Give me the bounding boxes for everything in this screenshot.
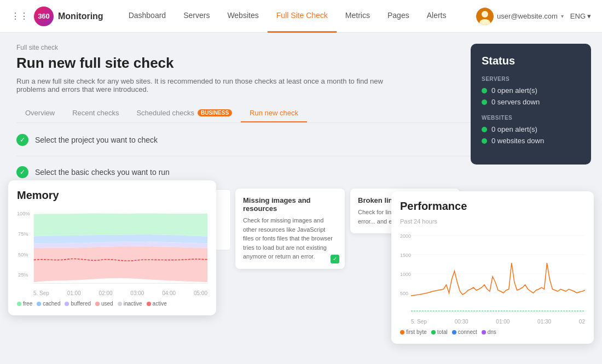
websites-label: WEBSITES — [482, 115, 580, 121]
svg-text:1500: 1500 — [400, 253, 411, 258]
legend-free: free — [17, 301, 32, 307]
svg-text:1000: 1000 — [400, 272, 411, 277]
logo-icon: 360 — [34, 7, 54, 26]
tab-scheduled-checks[interactable]: Scheduled checks BUSINESS — [128, 104, 241, 122]
website-alert-item: 0 open alert(s) — [482, 125, 580, 133]
memory-card: Memory 100% 75% 50% 25% — [8, 180, 216, 315]
tab-recent-checks[interactable]: Recent checks — [63, 104, 128, 122]
tab-overview[interactable]: Overview — [16, 104, 63, 122]
svg-text:50%: 50% — [18, 251, 28, 257]
nav-metrics[interactable]: Metrics — [337, 0, 379, 33]
missing-images-card: Missing images and resources Check for m… — [235, 189, 345, 269]
missing-card-desc: Check for missing images and other resou… — [243, 216, 337, 261]
nav-servers[interactable]: Servers — [175, 0, 218, 33]
nav-pages[interactable]: Pages — [379, 0, 418, 33]
legend-cached: cached — [37, 301, 60, 307]
nav-links: Dashboard Servers Websites Full Site Che… — [120, 0, 476, 33]
nav-dashboard[interactable]: Dashboard — [120, 0, 175, 33]
nav-full-site-check[interactable]: Full Site Check — [268, 0, 337, 33]
performance-chart: 2000 1500 1000 500 — [400, 230, 585, 318]
server-down-dot — [482, 99, 487, 105]
step-1-text: Select the project you want to check — [35, 136, 158, 144]
memory-card-title: Memory — [17, 189, 207, 202]
legend-active: active — [147, 301, 167, 307]
step-2-icon: ✓ — [16, 166, 28, 178]
servers-label: SERVERS — [482, 76, 580, 82]
lang-chevron-icon: ▾ — [587, 12, 591, 20]
performance-legend: first byte total connect dns — [400, 329, 585, 335]
step-1-icon: ✓ — [16, 134, 28, 146]
servers-status: SERVERS 0 open alert(s) 0 servers down — [482, 76, 580, 106]
legend-dns: dns — [482, 329, 496, 335]
missing-card-checkbox[interactable]: ✓ — [331, 255, 339, 263]
websites-status: WEBSITES 0 open alert(s) 0 websites down — [482, 115, 580, 145]
navbar: ⋮⋮ 360 Monitoring Dashboard Servers Webs… — [0, 0, 602, 33]
legend-buffered: buffered — [65, 301, 91, 307]
grid-icon[interactable]: ⋮⋮ — [11, 11, 28, 21]
status-title: Status — [482, 55, 580, 67]
performance-card-title: Performance — [400, 200, 585, 213]
legend-used: used — [95, 301, 113, 307]
logo-text: Monitoring — [58, 11, 103, 21]
status-panel: Status SERVERS 0 open alert(s) 0 servers… — [471, 44, 591, 165]
step-2-text: Select the basic checks you want to run — [35, 168, 170, 177]
nav-alerts[interactable]: Alerts — [418, 0, 455, 33]
svg-text:2000: 2000 — [400, 233, 411, 239]
tab-run-new-check[interactable]: Run new check — [241, 104, 307, 122]
server-down-item: 0 servers down — [482, 98, 580, 106]
website-down-dot — [482, 138, 487, 144]
svg-text:25%: 25% — [18, 272, 28, 278]
page-description: Run a new full site check for any web si… — [16, 77, 400, 93]
nav-right: user@website.com ▾ ENG ▾ — [476, 8, 591, 25]
svg-text:75%: 75% — [18, 231, 28, 237]
performance-x-labels: 5. Sep 00:30 01:00 01:30 02 — [400, 319, 585, 325]
performance-card: Performance Past 24 hours 2000 1500 1000… — [391, 191, 594, 344]
missing-card-title: Missing images and resources — [243, 196, 337, 213]
logo[interactable]: 360 Monitoring — [34, 7, 103, 26]
legend-inactive: inactive — [118, 301, 142, 307]
performance-card-subtitle: Past 24 hours — [400, 218, 585, 225]
svg-point-1 — [482, 11, 488, 17]
legend-connect: connect — [452, 329, 477, 335]
lang-selector[interactable]: ENG ▾ — [570, 12, 591, 20]
website-down-item: 0 websites down — [482, 137, 580, 145]
user-chevron-icon: ▾ — [561, 13, 564, 19]
website-alert-dot — [482, 127, 487, 132]
server-alert-item: 0 open alert(s) — [482, 86, 580, 95]
user-email: user@website.com — [497, 12, 558, 20]
memory-legend: free cached buffered used inactive activ… — [17, 301, 207, 307]
nav-websites[interactable]: Websites — [218, 0, 267, 33]
svg-text:100%: 100% — [17, 210, 30, 216]
step-2: ✓ Select the basic checks you want to ru… — [16, 166, 586, 178]
server-alert-dot — [482, 88, 487, 93]
legend-first-byte: first byte — [400, 329, 427, 335]
memory-x-labels: 5. Sep 01:00 02:00 03:00 04:00 05:00 — [17, 290, 207, 296]
memory-chart: 100% 75% 50% 25% — [17, 207, 207, 289]
legend-total: total — [431, 329, 448, 335]
svg-text:500: 500 — [400, 291, 408, 296]
user-menu[interactable]: user@website.com ▾ — [476, 8, 564, 25]
scheduled-checks-badge: BUSINESS — [198, 109, 232, 116]
avatar — [476, 8, 494, 25]
